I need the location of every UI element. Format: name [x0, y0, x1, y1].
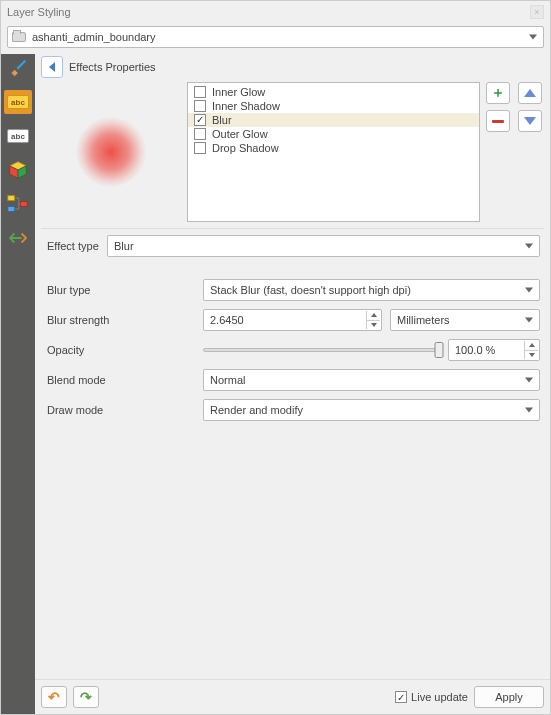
plus-icon: ＋ [491, 84, 505, 102]
checkbox-icon[interactable] [194, 100, 206, 112]
sidebar-item-labels[interactable]: abc [4, 90, 32, 114]
draw-mode-select[interactable]: Render and modify [203, 399, 540, 421]
close-icon[interactable]: × [530, 5, 544, 19]
apply-button-label: Apply [495, 691, 523, 703]
effect-item-label: Inner Shadow [212, 100, 280, 112]
blur-type-row: Blur type Stack Blur (fast, doesn't supp… [45, 279, 540, 301]
blur-type-label: Blur type [45, 284, 195, 296]
caret-up-icon [371, 313, 377, 317]
add-effect-button[interactable]: ＋ [486, 82, 510, 104]
body: abc abc [1, 54, 550, 714]
opacity-spinbox[interactable]: 100.0 % [448, 339, 540, 361]
chevron-down-icon [525, 244, 533, 249]
chevron-down-icon [525, 408, 533, 413]
bottom-bar: ↶ ↷ ✓ Live update Apply [35, 679, 550, 714]
blur-strength-spinbox[interactable]: 2.6450 [203, 309, 382, 331]
blur-type-value: Stack Blur (fast, doesn't support high d… [210, 284, 411, 296]
layer-styling-panel: Layer Styling × ashanti_admin_boundary a… [0, 0, 551, 715]
triangle-left-icon [47, 61, 57, 73]
svg-rect-3 [8, 196, 15, 201]
move-effect-down-button[interactable] [518, 110, 542, 132]
chevron-down-icon [525, 378, 533, 383]
effect-item-label: Inner Glow [212, 86, 265, 98]
svg-rect-5 [21, 201, 28, 206]
effect-form: Effect type Blur Blur type Stack Blur (f… [35, 235, 550, 421]
opacity-slider[interactable] [203, 348, 440, 352]
svg-rect-4 [8, 207, 15, 212]
opacity-value: 100.0 % [455, 344, 495, 356]
spin-up-button[interactable] [524, 341, 538, 351]
move-effect-up-button[interactable] [518, 82, 542, 104]
blend-mode-label: Blend mode [45, 374, 195, 386]
sidebar-item-history[interactable] [4, 226, 32, 250]
spin-up-button[interactable] [366, 311, 380, 321]
undo-icon: ↶ [48, 689, 60, 705]
effect-type-value: Blur [114, 240, 134, 252]
effect-item-label: Blur [212, 114, 232, 126]
sidebar-item-masks[interactable]: abc [4, 124, 32, 148]
diagram-icon [7, 194, 29, 214]
effect-list[interactable]: Inner GlowInner Shadow✓BlurOuter GlowDro… [187, 82, 480, 222]
blur-strength-label: Blur strength [45, 314, 195, 326]
svg-marker-6 [49, 62, 55, 72]
blur-strength-value: 2.6450 [210, 314, 244, 326]
layer-selector[interactable]: ashanti_admin_boundary [7, 26, 544, 48]
sidebar-item-diagrams[interactable] [4, 192, 32, 216]
apply-button[interactable]: Apply [474, 686, 544, 708]
draw-mode-row: Draw mode Render and modify [45, 399, 540, 421]
spin-down-button[interactable] [366, 321, 380, 330]
blend-mode-select[interactable]: Normal [203, 369, 540, 391]
effect-item[interactable]: Inner Glow [188, 85, 479, 99]
draw-mode-label: Draw mode [45, 404, 195, 416]
paintbrush-icon [8, 58, 28, 78]
layer-selector-row: ashanti_admin_boundary [1, 23, 550, 54]
live-update-label: Live update [411, 691, 468, 703]
main: Effects Properties Inner GlowInner Shado… [35, 54, 550, 714]
effect-preview [41, 82, 181, 222]
opacity-label: Opacity [45, 344, 195, 356]
live-update-toggle[interactable]: ✓ Live update [395, 691, 468, 703]
blur-type-select[interactable]: Stack Blur (fast, doesn't support high d… [203, 279, 540, 301]
effect-item[interactable]: Inner Shadow [188, 99, 479, 113]
panel-title: Layer Styling [7, 6, 71, 18]
separator [41, 228, 544, 229]
effect-item[interactable]: ✓Blur [188, 113, 479, 127]
chevron-down-icon [529, 35, 537, 40]
abc-white-icon: abc [7, 129, 29, 143]
redo-icon: ↷ [80, 689, 92, 705]
opacity-row: Opacity 100.0 % [45, 339, 540, 361]
undo-button[interactable]: ↶ [41, 686, 67, 708]
checkbox-icon[interactable] [194, 142, 206, 154]
history-icon [9, 231, 27, 245]
effect-type-select[interactable]: Blur [107, 235, 540, 257]
layer-selector-value: ashanti_admin_boundary [32, 31, 156, 43]
redo-button[interactable]: ↷ [73, 686, 99, 708]
triangle-up-icon [524, 89, 536, 97]
remove-effect-button[interactable] [486, 110, 510, 132]
effect-item-label: Outer Glow [212, 128, 268, 140]
sidebar-item-symbology[interactable] [4, 56, 32, 80]
triangle-down-icon [524, 117, 536, 125]
caret-down-icon [371, 323, 377, 327]
back-button[interactable] [41, 56, 63, 78]
sidebar-item-3d[interactable] [4, 158, 32, 182]
effects-header: Effects Properties [35, 54, 550, 82]
blur-strength-row: Blur strength 2.6450 Millimeters [45, 309, 540, 331]
effect-item[interactable]: Outer Glow [188, 127, 479, 141]
checkbox-icon[interactable]: ✓ [194, 114, 206, 126]
spin-arrows [366, 311, 380, 329]
blur-strength-unit-value: Millimeters [397, 314, 450, 326]
checkbox-icon[interactable] [194, 128, 206, 140]
cube-icon [8, 160, 28, 180]
blur-strength-unit-select[interactable]: Millimeters [390, 309, 540, 331]
spin-down-button[interactable] [524, 351, 538, 360]
spin-arrows [524, 341, 538, 359]
sidebar: abc abc [1, 54, 35, 714]
minus-icon [492, 120, 504, 123]
preview-row: Inner GlowInner Shadow✓BlurOuter GlowDro… [35, 82, 550, 228]
effect-item[interactable]: Drop Shadow [188, 141, 479, 155]
blend-mode-value: Normal [210, 374, 245, 386]
slider-thumb[interactable] [435, 342, 444, 358]
checkbox-icon[interactable] [194, 86, 206, 98]
chevron-down-icon [525, 318, 533, 323]
